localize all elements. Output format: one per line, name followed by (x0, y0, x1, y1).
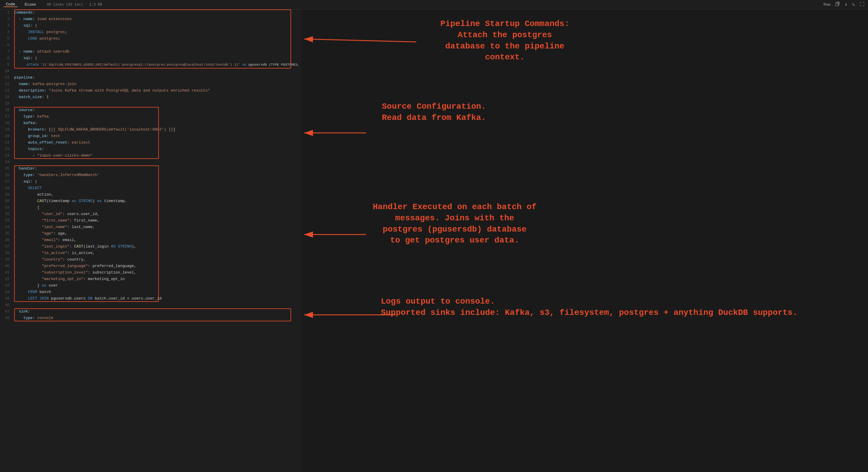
code-line: 30 CAST(timestamp as STRING) as timestam… (0, 198, 301, 204)
tab-code[interactable]: Code (4, 2, 18, 7)
code-line: 3 sql: | (0, 23, 301, 29)
code-line: 48 type: console (0, 315, 301, 321)
code-line: 38 "is_active": is_active, (0, 250, 301, 256)
raw-button[interactable]: Raw (824, 2, 830, 7)
code-line: 39 "country": country, (0, 256, 301, 263)
code-line: 32 "user_id": users.user_id, (0, 211, 301, 217)
file-meta: 48 lines (43 loc) · 1.3 KB (46, 3, 102, 7)
code-line: 33 "first_name": first_name, (0, 217, 301, 224)
code-line: 15 (0, 100, 301, 107)
top-actions: Raw 🗍 ⬇ ✎ ⛶ (824, 2, 864, 8)
code-line: 13 description: "Joins Kafka stream with… (0, 87, 301, 94)
code-line: 20 group_id: test (0, 133, 301, 140)
code-line: 18 kafka: (0, 120, 301, 126)
handler-callout: Handler Executed on each batch ofmessage… (351, 201, 558, 246)
tab-blame[interactable]: Blame (22, 2, 38, 7)
code-line: 37 "last_login": CAST(last_login AS STRI… (0, 243, 301, 250)
code-line: 29 action, (0, 191, 301, 198)
download-icon[interactable]: ⬇ (845, 2, 848, 8)
expand-icon[interactable]: ⛶ (860, 2, 864, 7)
copy-icon[interactable]: 🗍 (835, 2, 840, 7)
code-line: 45 LEFT JOIN pgusersdb.users ON batch.us… (0, 295, 301, 302)
annotation-panel: Pipeline Startup Commands:Attach the pos… (301, 9, 868, 472)
code-line: 26 type: 'handlers.InferredMemBatch' (0, 172, 301, 178)
code-line: 34 "last_name": last_name, (0, 224, 301, 230)
code-line: 6 (0, 42, 301, 49)
code-line: 25 handler: (0, 166, 301, 172)
code-line: 24 (0, 159, 301, 166)
code-line: 41 "subscription_level": subscription_le… (0, 269, 301, 276)
code-line: 19 brokers: [{{ SQLFLOW_KAFKA_BROKERS|de… (0, 126, 301, 133)
code-line: 12 name: kafka-postgres-join (0, 81, 301, 87)
code-line: 10 (0, 68, 301, 75)
code-line: 31 { (0, 204, 301, 211)
code-line: 9 ATTACH '{{ SQLFLOW_POSTGRES_USERS_URI|… (0, 61, 301, 68)
code-line: 44 FROM batch (0, 289, 301, 295)
code-line: 27 sql: | (0, 178, 301, 185)
code-line: 35 "age": age, (0, 230, 301, 237)
sink-callout: Logs output to console.Supported sinks i… (381, 296, 853, 318)
code-line: 16 source: (0, 107, 301, 113)
code-line: 8 sql: | (0, 55, 301, 61)
code-line: 22 topics: (0, 146, 301, 152)
code-line: 7 - name: attach usersdb (0, 49, 301, 55)
svg-line-1 (304, 39, 416, 42)
code-line: 46 (0, 302, 301, 308)
code-line: 28 SELECT (0, 185, 301, 191)
code-line: 47 sink: (0, 308, 301, 315)
commands-callout: Pipeline Startup Commands:Attach the pos… (413, 18, 596, 63)
top-bar: Code Blame 48 lines (43 loc) · 1.3 KB Ra… (0, 0, 868, 9)
code-line: 4 INSTALL postgres; (0, 29, 301, 35)
code-line: 14 batch_size: 1 (0, 94, 301, 100)
code-line: 2 - name: load extensions (0, 16, 301, 23)
code-area: 1 commands: 2 - name: load extensions 3 … (0, 9, 301, 472)
main-container: 1 commands: 2 - name: load extensions 3 … (0, 9, 868, 472)
code-line: 17 type: kafka (0, 113, 301, 120)
code-line: 1 commands: (0, 9, 301, 16)
code-line: 11 pipeline: (0, 75, 301, 81)
code-line: 42 "marketing_opt_in": marketing_opt_in (0, 276, 301, 283)
code-line: 36 "email": email, (0, 237, 301, 243)
code-line: 43 } as user (0, 283, 301, 289)
code-line: 40 "preferred_language": preferred_langu… (0, 263, 301, 269)
code-line: 23 - "input-user-clicks-demo" (0, 152, 301, 159)
source-callout: Source Configuration.Read data from Kafk… (360, 101, 508, 123)
code-line: 5 LOAD postgres; (0, 35, 301, 42)
edit-icon[interactable]: ✎ (852, 2, 855, 8)
code-line: 21 auto_offset_reset: earliest (0, 140, 301, 146)
